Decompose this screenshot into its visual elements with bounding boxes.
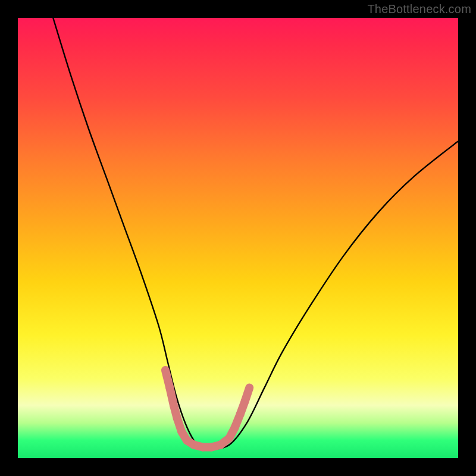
marker-dot: [177, 418, 178, 419]
marker-dot: [165, 369, 166, 371]
marker-dot: [220, 444, 221, 446]
marker-dot: [249, 387, 250, 389]
marker-dot: [181, 431, 182, 433]
marker-dot: [193, 444, 195, 446]
marker-dot: [245, 400, 246, 402]
marker-dot: [169, 387, 170, 389]
chart-frame: TheBottleneck.com: [0, 0, 476, 476]
marker-dot: [211, 447, 212, 448]
plot-area: [18, 18, 458, 458]
chart-svg: [18, 18, 458, 458]
marker-dot: [234, 427, 236, 428]
bottleneck-curve: [53, 18, 458, 450]
watermark-label: TheBottleneck.com: [367, 2, 471, 16]
marker-dot: [173, 405, 174, 406]
marker-dot: [240, 414, 241, 415]
marker-dot: [186, 440, 187, 441]
marker-dot: [202, 447, 203, 448]
marker-dot: [228, 438, 230, 439]
marker-segment: [245, 388, 249, 401]
